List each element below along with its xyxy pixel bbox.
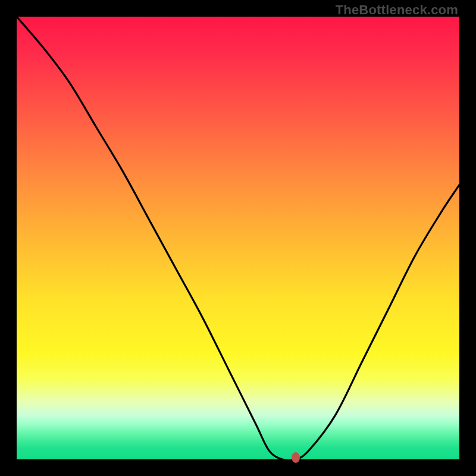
bottleneck-curve [17,17,459,459]
bottleneck-marker [292,452,300,463]
plot-area [17,17,459,459]
attribution-text: TheBottleneck.com [336,2,458,18]
chart-frame: TheBottleneck.com [0,0,476,476]
